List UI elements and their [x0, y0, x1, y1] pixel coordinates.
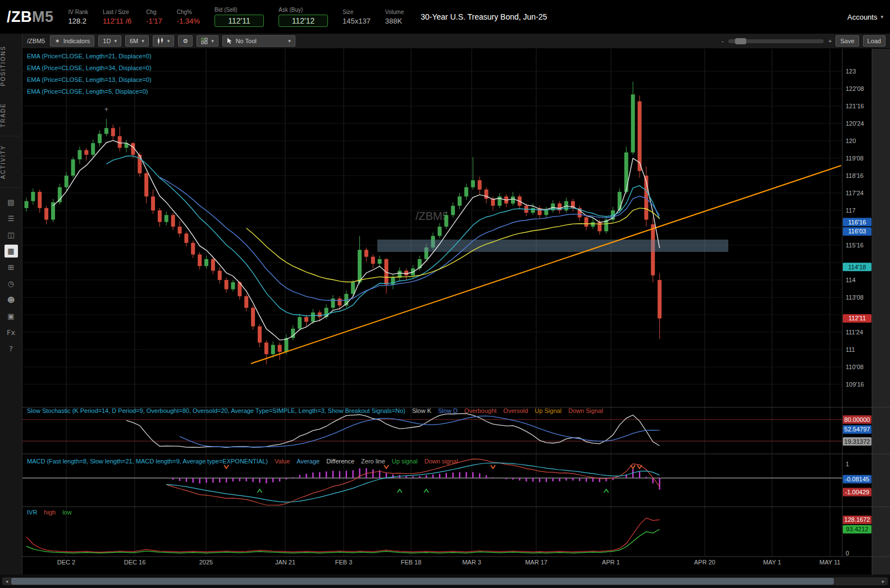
scrollbar-handle[interactable]	[11, 578, 834, 585]
svg-text:2025: 2025	[199, 559, 213, 566]
range-value: 6M	[130, 38, 138, 44]
support-zone-rectangle	[377, 240, 728, 252]
zoom-slider-handle[interactable]	[735, 38, 746, 44]
bid-button[interactable]: 112'11	[214, 15, 264, 27]
sidebar-tab-positions[interactable]: POSITIONS	[0, 37, 22, 94]
fx-icon[interactable]: Fx	[4, 326, 18, 339]
indicators-button[interactable]: ✶ Indicators	[50, 35, 94, 47]
symbol-root: /ZB	[7, 8, 32, 25]
svg-text:112'11: 112'11	[848, 315, 866, 321]
svg-text:JAN 21: JAN 21	[275, 559, 295, 566]
zoom-slider[interactable]	[728, 39, 824, 43]
axis-badge: -1.00429	[843, 488, 871, 497]
horizontal-scrollbar[interactable]: ◂ ▸	[2, 577, 888, 585]
svg-text:120: 120	[846, 137, 856, 144]
chart-background	[22, 49, 890, 575]
sidebar-tab-activity[interactable]: ACTIVITY	[0, 136, 22, 188]
axis-badge: 112'11	[843, 314, 871, 323]
chart-canvas[interactable]: /ZBM5+123122'08121'16120'24120119'08118'…	[22, 49, 890, 575]
ask-field: Ask (Buy) 112'12	[279, 7, 328, 27]
svg-text:0: 0	[846, 550, 849, 557]
ask-button[interactable]: 112'12	[279, 15, 328, 27]
svg-text:111: 111	[846, 346, 855, 353]
chevron-down-icon: ▾	[167, 38, 170, 44]
community-icon[interactable]: ☻	[4, 293, 18, 306]
zoom-in-button[interactable]: +	[828, 38, 832, 44]
volume-label: Volume	[385, 9, 404, 15]
range-dropdown[interactable]: 6M ▾	[125, 35, 149, 47]
widgets-grid-icon[interactable]: ⊞	[4, 261, 18, 274]
svg-text:MAY 1: MAY 1	[763, 559, 781, 566]
header: /ZBM5 IV Rank 128.2 Last / Size 112'11 /…	[0, 0, 890, 34]
svg-text:122'08: 122'08	[846, 85, 864, 92]
chevron-down-icon: ▾	[288, 38, 291, 44]
svg-text:110'08: 110'08	[846, 364, 864, 370]
svg-text:128.1672: 128.1672	[845, 516, 870, 523]
svg-text:DEC 16: DEC 16	[124, 559, 146, 566]
chevron-down-icon: ▾	[880, 14, 883, 20]
chart-type-dropdown[interactable]: ▾	[153, 35, 175, 47]
charts-icon[interactable]: ▦	[4, 245, 18, 258]
bottom-bar: ◂ ▸	[0, 575, 890, 588]
svg-text:117'24: 117'24	[846, 190, 864, 196]
timeframe-dropdown[interactable]: 1D ▾	[98, 35, 121, 47]
chart-symbol-chip[interactable]: /ZBM5	[27, 38, 45, 44]
save-button[interactable]: Save	[836, 35, 859, 47]
drawing-tool-dropdown[interactable]: No Tool ▾	[222, 35, 295, 47]
chart-settings-button[interactable]: ⚙	[178, 35, 193, 47]
last-size-label: Last / Size	[103, 9, 131, 15]
chg-label: Chg	[146, 9, 162, 15]
calendar-icon[interactable]: ▣	[4, 310, 18, 323]
load-button[interactable]: Load	[863, 35, 886, 47]
chevron-down-icon: ▾	[142, 38, 144, 44]
scan-icon[interactable]: ◫	[4, 228, 18, 241]
history-clock-icon[interactable]: ◷	[4, 277, 18, 290]
monitor-icon[interactable]: ▤	[4, 196, 18, 209]
svg-text:MAR 3: MAR 3	[462, 559, 481, 566]
chart-toolbar: /ZBM5 ✶ Indicators 1D ▾ 6M ▾ ▾	[22, 34, 890, 49]
ask-label: Ask (Buy)	[279, 7, 328, 13]
axis-badge: -0.08145	[843, 475, 871, 484]
svg-text:93.4212: 93.4212	[846, 526, 869, 532]
zoom-out-button[interactable]: -	[722, 38, 724, 44]
chg-pct-field: Chg% -1.34%	[177, 9, 200, 25]
chevron-down-icon: ▾	[114, 38, 117, 44]
gear-icon: ⚙	[182, 38, 188, 45]
svg-text:116'16: 116'16	[848, 219, 866, 226]
symbol: /ZBM5	[7, 8, 54, 26]
sidebar-icons: ▤☰◫▦⊞◷☻▣Fx?	[4, 196, 18, 355]
chg-field: Chg -1'17	[146, 9, 162, 25]
size-value: 145x137	[343, 17, 371, 25]
accounts-menu[interactable]: Accounts ▾	[847, 13, 883, 21]
help-icon[interactable]: ?	[4, 342, 18, 355]
indicators-icon: ✶	[54, 38, 60, 45]
last-size-field: Last / Size 112'11 /6	[103, 9, 131, 25]
watchlist-icon[interactable]: ☰	[4, 212, 18, 225]
svg-text:117: 117	[846, 207, 856, 214]
svg-text:FEB 3: FEB 3	[335, 559, 353, 566]
iv-rank-value: 128.2	[69, 17, 89, 25]
candlestick-chart-icon	[157, 38, 164, 44]
svg-text:FEB 18: FEB 18	[401, 559, 422, 566]
volume-field: Volume 388K	[385, 9, 404, 25]
zoom-control: - +	[722, 38, 832, 44]
bid-label: Bid (Sell)	[214, 7, 264, 13]
accounts-label: Accounts	[847, 13, 877, 21]
trading-app: /ZBM5 IV Rank 128.2 Last / Size 112'11 /…	[0, 0, 890, 588]
symbol-contract: M5	[32, 8, 54, 25]
chg-value: -1'17	[146, 17, 162, 25]
scroll-right-icon[interactable]: ▸	[879, 578, 888, 584]
svg-text:123: 123	[846, 68, 856, 75]
cursor-pointer-icon	[227, 38, 232, 44]
axis-badge: 128.1672	[843, 516, 871, 524]
peak-marker: +	[104, 105, 108, 113]
instrument-title: 30-Year U.S. Treasury Bond, Jun-25	[421, 12, 547, 21]
save-label: Save	[840, 38, 854, 44]
svg-text:121'16: 121'16	[846, 103, 864, 109]
axis-badge: 93.4212	[843, 525, 871, 534]
svg-text:115'16: 115'16	[846, 242, 864, 249]
scroll-left-icon[interactable]: ◂	[2, 578, 11, 584]
sidebar-tab-trade[interactable]: TRADE	[0, 94, 22, 136]
chg-pct-label: Chg%	[177, 9, 200, 15]
layout-grid-dropdown[interactable]: ▾	[197, 35, 218, 47]
